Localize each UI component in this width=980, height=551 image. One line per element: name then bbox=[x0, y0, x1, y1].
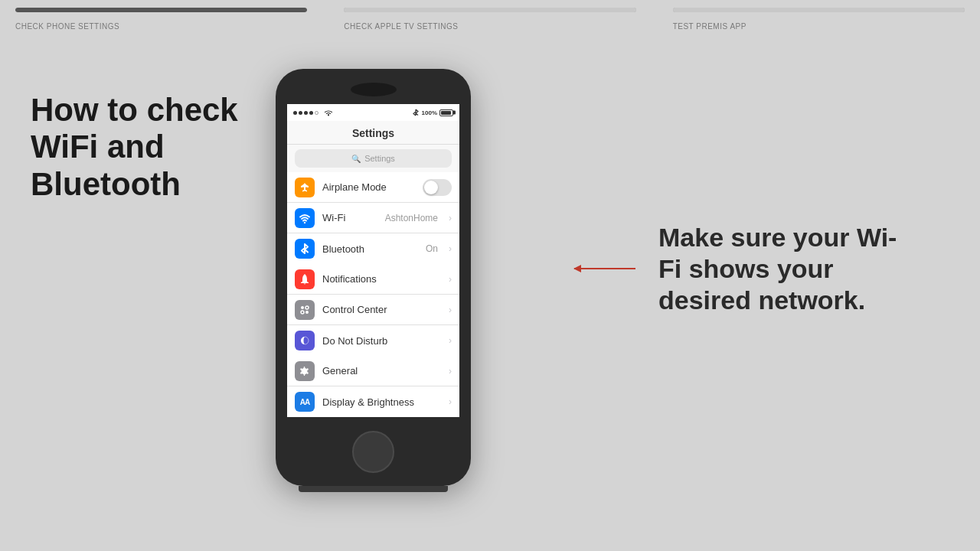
signal-area bbox=[293, 109, 333, 116]
battery-icon bbox=[439, 109, 453, 116]
svg-point-3 bbox=[305, 306, 309, 309]
left-heading: How to check WiFi and Bluetooth bbox=[31, 69, 276, 203]
signal-dot-4 bbox=[309, 111, 313, 115]
signal-dot-2 bbox=[299, 111, 302, 115]
bluetooth-value: On bbox=[426, 243, 438, 254]
progress-label-0: CHECK PHONE SETTINGS bbox=[15, 22, 119, 31]
search-placeholder: Settings bbox=[364, 154, 395, 163]
display-chevron: › bbox=[449, 396, 452, 407]
screen-title: Settings bbox=[287, 121, 459, 145]
control-center-icon bbox=[295, 300, 315, 320]
dnd-chevron: › bbox=[449, 335, 452, 346]
annotation-area: Make sure your Wi-Fi shows your desired … bbox=[574, 222, 919, 315]
settings-item-control-center[interactable]: Control Center › bbox=[287, 295, 459, 325]
arrow-head-left bbox=[573, 265, 581, 272]
display-icon: AA bbox=[295, 392, 315, 412]
wifi-value: AshtonHome bbox=[385, 213, 438, 223]
dnd-icon bbox=[295, 331, 315, 350]
home-button[interactable] bbox=[352, 431, 394, 473]
svg-point-5 bbox=[305, 311, 309, 314]
dnd-label: Do Not Disturb bbox=[322, 335, 441, 347]
svg-point-2 bbox=[301, 306, 304, 309]
airplane-toggle[interactable] bbox=[423, 179, 452, 196]
battery-fill bbox=[441, 111, 451, 115]
search-icon: 🔍 bbox=[351, 155, 361, 163]
bluetooth-status-icon bbox=[412, 109, 420, 116]
phone-device: 100% Settings 🔍 Settings bbox=[276, 69, 471, 486]
settings-item-dnd[interactable]: Do Not Disturb › bbox=[287, 325, 459, 356]
progress-track-2 bbox=[673, 8, 965, 12]
bluetooth-chevron: › bbox=[449, 243, 452, 254]
phone-screen: 100% Settings 🔍 Settings bbox=[287, 104, 459, 417]
main-content: How to check WiFi and Bluetooth bbox=[0, 46, 980, 551]
settings-section-3: General › AA Display & Brightness › bbox=[287, 356, 459, 417]
progress-fill-0 bbox=[15, 8, 307, 12]
progress-fill-2 bbox=[673, 8, 965, 12]
battery-pct-label: 100% bbox=[422, 109, 437, 116]
signal-dot-3 bbox=[304, 111, 308, 115]
progress-section-2[interactable]: TEST PREMIS APP bbox=[658, 0, 980, 46]
notifications-icon bbox=[295, 269, 315, 289]
settings-section-2: Notifications › Con bbox=[287, 264, 459, 356]
page-title: How to check WiFi and Bluetooth bbox=[31, 92, 276, 203]
notifications-label: Notifications bbox=[322, 273, 441, 285]
phone-bottom-bar bbox=[299, 486, 448, 492]
progress-section-1[interactable]: CHECK APPLE TV SETTINGS bbox=[328, 0, 651, 46]
svg-point-1 bbox=[304, 221, 305, 223]
search-bar-area: 🔍 Settings bbox=[287, 145, 459, 172]
progress-label-2: TEST PREMIS APP bbox=[673, 22, 746, 31]
progress-bars: CHECK PHONE SETTINGS CHECK APPLE TV SETT… bbox=[0, 0, 980, 46]
battery-tip bbox=[453, 111, 456, 115]
bluetooth-label: Bluetooth bbox=[322, 243, 418, 255]
control-center-chevron: › bbox=[449, 305, 452, 315]
settings-item-general[interactable]: General › bbox=[287, 356, 459, 386]
airplane-icon bbox=[295, 178, 315, 197]
general-label: General bbox=[322, 365, 441, 377]
settings-item-bluetooth[interactable]: Bluetooth On › bbox=[287, 233, 459, 264]
svg-point-0 bbox=[328, 115, 329, 116]
wifi-status-icon bbox=[324, 109, 333, 116]
progress-track-0 bbox=[15, 8, 307, 12]
phone-speaker bbox=[351, 83, 397, 96]
signal-dot-1 bbox=[293, 111, 297, 115]
bluetooth-icon bbox=[295, 239, 315, 259]
signal-dot-5 bbox=[315, 111, 318, 115]
progress-label-1: CHECK APPLE TV SETTINGS bbox=[344, 22, 458, 31]
search-input-mock[interactable]: 🔍 Settings bbox=[295, 149, 452, 168]
display-label: Display & Brightness bbox=[322, 396, 441, 408]
wifi-label: Wi-Fi bbox=[322, 212, 377, 223]
settings-item-wifi[interactable]: Wi-Fi AshtonHome › bbox=[287, 203, 459, 233]
wifi-icon bbox=[295, 208, 315, 228]
notifications-chevron: › bbox=[449, 274, 452, 285]
progress-track-1 bbox=[344, 8, 635, 12]
progress-section-0[interactable]: CHECK PHONE SETTINGS bbox=[0, 0, 322, 46]
phone-bottom bbox=[276, 417, 471, 486]
wifi-chevron: › bbox=[449, 213, 452, 223]
battery-area: 100% bbox=[412, 109, 453, 116]
general-icon bbox=[295, 361, 315, 381]
settings-item-airplane[interactable]: Airplane Mode bbox=[287, 172, 459, 203]
svg-point-4 bbox=[301, 311, 304, 314]
control-center-label: Control Center bbox=[322, 304, 441, 315]
progress-fill-1 bbox=[344, 8, 635, 12]
airplane-label: Airplane Mode bbox=[322, 181, 415, 193]
phone-mockup: 100% Settings 🔍 Settings bbox=[276, 69, 471, 486]
settings-item-notifications[interactable]: Notifications › bbox=[287, 264, 459, 295]
airplane-toggle-knob bbox=[424, 181, 438, 194]
annotation-arrow bbox=[574, 268, 635, 269]
status-bar: 100% bbox=[287, 104, 459, 121]
callout-text: Make sure your Wi-Fi shows your desired … bbox=[658, 222, 919, 315]
settings-item-display[interactable]: AA Display & Brightness › bbox=[287, 386, 459, 417]
aa-text: AA bbox=[300, 398, 309, 406]
general-chevron: › bbox=[449, 366, 452, 377]
settings-section-1: Airplane Mode bbox=[287, 172, 459, 264]
